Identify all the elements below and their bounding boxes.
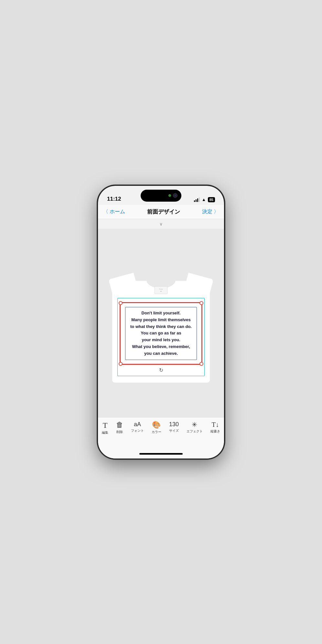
text-element[interactable]: Don't limit yourself. Many people limit … — [120, 302, 202, 365]
signal-bar-3 — [197, 198, 198, 202]
toolbar-label-font: フォント — [131, 428, 144, 433]
collapse-handle[interactable]: ∨ — [98, 219, 224, 229]
wifi-icon: ▲ — [202, 197, 206, 202]
toolbar-item-edit[interactable]: T 編集 — [102, 421, 108, 435]
signal-bar-4 — [199, 197, 200, 202]
phone-frame: 11:12 ▲ 85 〈 ホーム 前面デザイン 決定 〉 ∨ — [98, 186, 224, 459]
tshirt-container: Printstar M Don't — [108, 263, 214, 383]
status-icons: ▲ 85 — [194, 197, 215, 202]
chevron-down-icon: ∨ — [159, 221, 163, 227]
toolbar-item-delete[interactable]: 🗑 削除 — [116, 421, 123, 434]
signal-icon — [194, 197, 200, 202]
toolbar-item-vertical[interactable]: T↓ 縦書き — [210, 421, 220, 434]
design-text: Don't limit yourself. Many people limit … — [127, 310, 195, 357]
color-icon: 🎨 — [152, 421, 161, 428]
delete-icon: 🗑 — [116, 421, 123, 428]
toolbar-item-size[interactable]: 130 サイズ — [169, 421, 179, 433]
bottom-toolbar: T 編集 🗑 削除 aA フォント 🎨 カラー 130 サイズ ✳ エフェクト — [98, 417, 224, 449]
design-area[interactable]: Don't limit yourself. Many people limit … — [117, 298, 205, 376]
phone-screen: 11:12 ▲ 85 〈 ホーム 前面デザイン 決定 〉 ∨ — [98, 186, 224, 459]
signal-bar-1 — [194, 200, 195, 202]
battery-indicator: 85 — [208, 197, 215, 202]
toolbar-label-color: カラー — [152, 430, 161, 434]
island-camera — [173, 193, 177, 198]
rotate-handle[interactable]: ↻ — [158, 367, 164, 374]
font-icon: aA — [134, 421, 141, 427]
island-dot — [168, 194, 171, 197]
toolbar-label-size: サイズ — [169, 428, 179, 433]
effect-icon: ✳ — [192, 421, 197, 428]
resize-handle-tl[interactable] — [119, 301, 123, 305]
resize-handle-tr[interactable] — [199, 301, 203, 305]
toolbar-item-font[interactable]: aA フォント — [131, 421, 144, 433]
resize-handle-br[interactable] — [199, 362, 203, 366]
resize-handle-bl[interactable] — [119, 362, 123, 366]
nav-bar: 〈 ホーム 前面デザイン 決定 〉 — [98, 205, 224, 219]
tshirt-area: Printstar M Don't — [98, 229, 224, 417]
toolbar-label-edit: 編集 — [102, 430, 108, 435]
tshirt-label: Printstar M — [155, 286, 167, 294]
toolbar-item-effect[interactable]: ✳ エフェクト — [187, 421, 203, 434]
confirm-button[interactable]: 決定 〉 — [202, 208, 219, 215]
toolbar-label-effect: エフェクト — [187, 429, 203, 434]
vertical-text-icon: T↓ — [212, 421, 219, 428]
toolbar-item-color[interactable]: 🎨 カラー — [152, 421, 161, 434]
signal-bar-2 — [196, 199, 197, 202]
size-icon: 130 — [169, 421, 179, 427]
home-indicator — [98, 449, 224, 459]
back-button[interactable]: 〈 ホーム — [103, 208, 125, 215]
text-inner-border: Don't limit yourself. Many people limit … — [125, 307, 197, 360]
home-bar — [139, 453, 183, 455]
status-time: 11:12 — [107, 196, 121, 202]
toolbar-label-vertical: 縦書き — [210, 429, 220, 434]
toolbar-label-delete: 削除 — [116, 430, 123, 434]
nav-title: 前面デザイン — [147, 208, 180, 216]
dynamic-island — [141, 190, 181, 202]
tshirt-collar — [146, 272, 176, 288]
edit-text-icon: T — [103, 421, 108, 429]
